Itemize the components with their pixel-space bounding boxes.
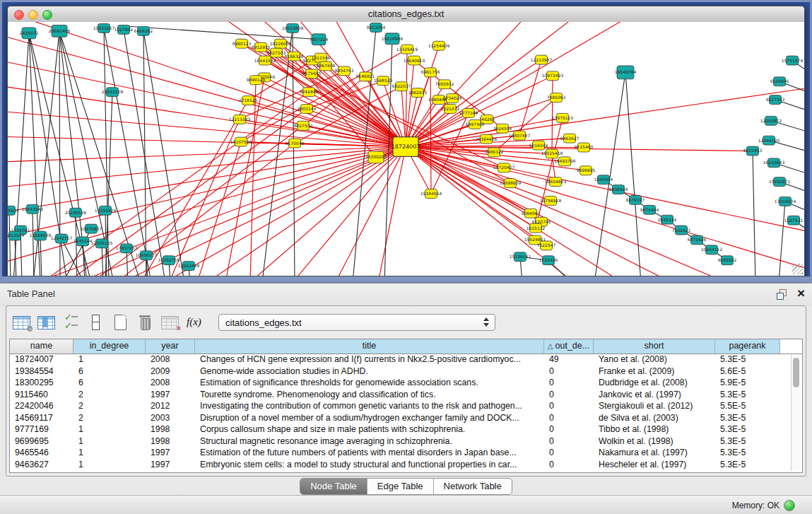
graph-node-label: 1145194 — [73, 238, 93, 243]
column-visibility-icon[interactable] — [35, 312, 58, 333]
table-cell: 49 — [544, 354, 594, 366]
graph-node-label: 6879197 — [626, 197, 645, 202]
column-header-short[interactable]: short — [594, 339, 715, 354]
column-header-pagerank[interactable]: pagerank — [715, 339, 780, 354]
column-header-in_degree[interactable]: in_degree — [73, 339, 146, 354]
table-row[interactable]: 1872400712008Changes of HCN gene express… — [10, 354, 802, 366]
graph-node-label: 13975115 — [552, 115, 574, 120]
table-cell: 0 — [544, 400, 594, 412]
window-titlebar[interactable]: citations_edges.txt — [8, 6, 804, 23]
table-row[interactable]: 911546021997Tourette syndrome. Phenomeno… — [10, 389, 802, 401]
table-cell: 5.3E-5 — [715, 389, 780, 401]
table-cell: 9777169 — [10, 424, 73, 436]
table-cell: de Silva et al. (2003) — [594, 412, 715, 424]
table-cell: 5.6E-5 — [715, 366, 780, 378]
vertical-scrollbar[interactable] — [791, 355, 801, 471]
graph-node-label: 15751074 — [782, 58, 804, 63]
graph-node-label: 10807487 — [509, 133, 531, 138]
network-window[interactable]: citations_edges.txt 24355722069140610653… — [7, 6, 805, 276]
table-row[interactable]: 2242004622012Investigating the contribut… — [10, 400, 802, 412]
window-resize-grip[interactable] — [792, 264, 803, 274]
tab-node-table[interactable]: Node Table — [300, 479, 367, 494]
table-cell: Estimation of the future numbers of pati… — [195, 447, 544, 459]
graph-node-label: 7486322 — [485, 149, 504, 154]
close-traffic-light-icon[interactable] — [14, 10, 24, 20]
table-settings-icon[interactable]: ⚙ — [11, 312, 33, 333]
column-header-out_de[interactable]: △out_de... — [544, 339, 594, 354]
graph-node-label: 8960123 — [233, 41, 252, 46]
table-cell: 1 — [73, 447, 146, 459]
graph-node-label: 9245652 — [718, 257, 737, 262]
graph-node-label: 7632621 — [672, 228, 691, 233]
table-cell: Estimation of significance thresholds fo… — [195, 377, 544, 389]
graph-node-label: 1733426 — [539, 257, 558, 262]
node-table: namein_degreeyeartitle△out_de...shortpag… — [9, 339, 803, 473]
graph-node-label: 7857224 — [310, 37, 329, 42]
network-view[interactable]: 2435572206914061065325715276026466162160… — [8, 22, 804, 276]
graph-node-label: 10975887 — [81, 226, 102, 231]
table-panel-body: ⚙ ✓✓ × f(x) citations_edges.txt namein_d… — [6, 305, 806, 477]
table-cell: 2 — [73, 400, 146, 412]
function-builder-icon[interactable]: f(x) — [184, 312, 206, 333]
graph-node-label: 10654112 — [701, 247, 723, 252]
status-bar: Memory: OK — [0, 495, 812, 514]
graph-node-label: 9175685 — [302, 71, 322, 76]
rows-icon[interactable] — [85, 312, 107, 333]
tab-network-table[interactable]: Network Table — [434, 479, 512, 494]
row-select-checks-icon[interactable]: ✓✓ — [60, 312, 83, 333]
graph-node-label: 1362615 — [408, 90, 428, 95]
scrollbar-thumb[interactable] — [793, 358, 799, 387]
graph-node-label: 13325419 — [396, 47, 418, 52]
memory-status-icon[interactable] — [784, 500, 795, 511]
black-edge — [9, 211, 11, 276]
table-cell: Wolkin et al. (1998) — [594, 436, 715, 448]
table-cell: 6 — [73, 366, 146, 378]
table-cell: 5.3E-5 — [715, 412, 780, 424]
graph-node-label: 9242848 — [300, 89, 319, 94]
float-panel-icon[interactable] — [777, 289, 787, 299]
table-row[interactable]: 1938455462009Genome-wide association stu… — [10, 366, 802, 378]
table-cell: 2008 — [146, 377, 195, 389]
table-cell: Structural magnetic resonance image aver… — [195, 436, 544, 448]
graph-node-label: 9827503 — [267, 50, 286, 55]
table-cell: Investigating the contribution of common… — [195, 400, 544, 412]
table-cell: 1997 — [146, 389, 195, 401]
table-row[interactable]: 977716911998Corpus callosum shape and si… — [10, 424, 802, 436]
graph-node-label: 12213987 — [531, 57, 553, 62]
table-cell: Embryonic stem cells: a model to study s… — [195, 459, 544, 471]
graph-node-label: 20364436 — [476, 136, 498, 141]
table-cell: 5.3E-5 — [715, 459, 780, 471]
graph-node-label: 18226058 — [270, 41, 292, 46]
network-graph[interactable]: 2435572206914061065325715276026466162160… — [8, 22, 804, 276]
table-row[interactable]: 969969511998Structural magnetic resonanc… — [10, 436, 802, 448]
zoom-traffic-light-icon[interactable] — [42, 10, 52, 20]
red-edge — [225, 77, 264, 276]
delete-column-icon[interactable] — [134, 312, 157, 333]
graph-node-label: 6216049 — [529, 143, 548, 148]
table-cell: 19384554 — [10, 366, 73, 378]
table-row[interactable]: 1456911722003Disruption of a novel membe… — [10, 412, 802, 424]
table-cell: Tibbo et al. (1998) — [594, 424, 715, 436]
cytoscape-desktop: citations_edges.txt 24355722069140610653… — [0, 0, 812, 283]
table-row[interactable]: 946362711997Embryonic stem cells: a mode… — [10, 459, 802, 471]
graph-node-label: 10688609 — [500, 180, 522, 185]
table-row[interactable]: 1830029562008Estimation of significance … — [10, 377, 802, 389]
table-cell: 5.3E-5 — [715, 447, 780, 459]
graph-node-label: 18724007 — [392, 144, 420, 151]
table-row[interactable]: 946554611997Estimation of the future num… — [10, 447, 802, 459]
graph-node-label: 12093872 — [760, 118, 782, 123]
column-header-title[interactable]: title — [195, 339, 544, 354]
tab-edge-table[interactable]: Edge Table — [367, 479, 434, 494]
column-header-year[interactable]: year — [146, 339, 195, 354]
minimize-traffic-light-icon[interactable] — [28, 10, 38, 20]
graph-node-label: 9170046 — [286, 141, 305, 146]
new-column-icon[interactable] — [110, 312, 132, 333]
memory-status-label: Memory: OK — [732, 501, 779, 510]
graph-node-label: 1568520 — [374, 78, 393, 83]
graph-node-label: 8938924 — [609, 187, 628, 192]
column-header-name[interactable]: name — [10, 339, 73, 354]
table-cell: 0 — [544, 459, 594, 471]
close-panel-icon[interactable]: × — [797, 286, 805, 301]
table-cell: Corpus callosum shape and size in male p… — [195, 424, 544, 436]
table-selector-dropdown[interactable]: citations_edges.txt — [218, 314, 495, 331]
